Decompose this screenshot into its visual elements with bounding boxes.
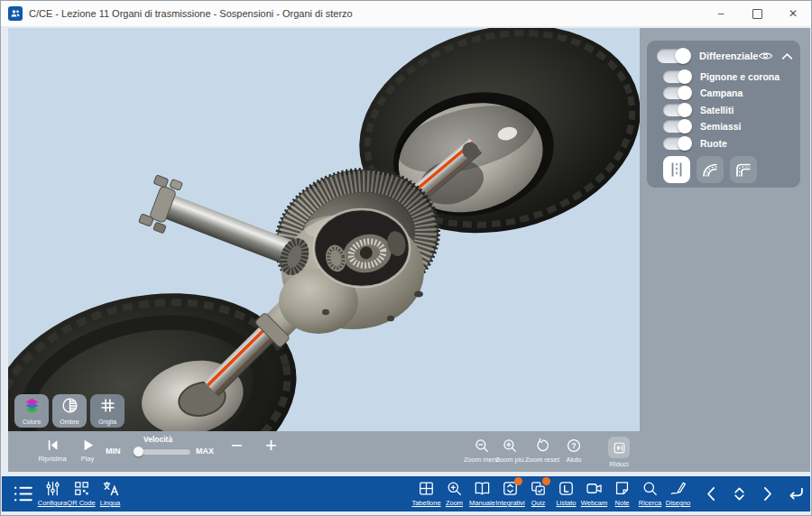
- toggle-semiassi[interactable]: [663, 120, 691, 133]
- magnifier-plus-icon: [446, 480, 463, 497]
- toolbar-item-lingua[interactable]: Lingua: [96, 476, 125, 511]
- sharp-curve-road-icon: [734, 161, 752, 179]
- open-book-icon: [474, 480, 491, 497]
- tool-label: Colore: [23, 419, 42, 426]
- layer-label: Ruote: [700, 138, 727, 149]
- search-icon: [641, 480, 659, 497]
- toggle-differenziale[interactable]: [657, 49, 690, 63]
- layer-label: Pignone e corona: [700, 71, 780, 82]
- app-icon: [8, 6, 23, 21]
- visibility-eye-icon[interactable]: [758, 51, 773, 61]
- pen-drawing-icon: [669, 480, 687, 497]
- speed-decrease-button[interactable]: −: [231, 433, 243, 458]
- toolbar-item-tabellone[interactable]: Tabellone: [412, 476, 440, 511]
- differential-3d-scene: [8, 28, 640, 431]
- gentle-curve-road-icon: [701, 161, 719, 179]
- toolbar-item-webcam[interactable]: Webcam: [580, 476, 608, 511]
- 3d-viewport[interactable]: Colore Ombre Griglia: [8, 28, 640, 431]
- layer-label: Satelliti: [700, 105, 734, 115]
- sliders-icon: [44, 480, 61, 497]
- toolbar-item-qr-code[interactable]: QR Code: [67, 476, 96, 511]
- restart-button[interactable]: Ripristina: [39, 438, 66, 463]
- speed-slider[interactable]: [133, 448, 190, 455]
- speed-increase-button[interactable]: +: [265, 433, 277, 458]
- layers-panel: Differenziale Pignone e corona Campana S…: [647, 41, 800, 188]
- back-return-button[interactable]: [781, 476, 809, 511]
- maximize-icon: [752, 9, 762, 19]
- toolbar-item-ricerca[interactable]: Ricerca: [636, 476, 664, 511]
- toolbar-item-listato[interactable]: Listato: [552, 476, 580, 511]
- chevron-left-icon: [702, 484, 721, 503]
- layer-label: Campana: [700, 88, 743, 98]
- main-toolbar: Configura QR Code Lingua: [2, 476, 810, 511]
- nav-up-down-button[interactable]: [725, 476, 753, 511]
- color-button[interactable]: Colore: [14, 394, 49, 428]
- video-camera-icon: [586, 480, 603, 497]
- title-bar: C/CE - Lezione 11 Organi di trasmissione…: [1, 1, 811, 26]
- speed-max-label: MAX: [196, 447, 214, 456]
- close-button[interactable]: ✕: [775, 1, 811, 26]
- layer-group-label: Differenziale: [699, 51, 758, 61]
- chevrons-up-down-icon: [730, 484, 749, 503]
- playback-bar: Ripristina Play Velocità MIN MAX − + Zoo…: [8, 431, 640, 472]
- chevron-right-icon: [758, 484, 777, 503]
- straight-road-button[interactable]: [663, 156, 690, 183]
- shadows-icon: [60, 396, 79, 415]
- collapse-bar-icon: [608, 437, 630, 458]
- grid-icon: [98, 396, 117, 415]
- notification-badge: [514, 477, 522, 485]
- svg-text:?: ?: [571, 442, 576, 450]
- straight-road-icon: [668, 161, 686, 179]
- zoom-out-button[interactable]: Zoom meno: [466, 438, 498, 464]
- viewport-toolbar: Colore Ombre Griglia: [14, 394, 125, 428]
- toggle-campana[interactable]: [663, 87, 691, 99]
- zoom-in-button[interactable]: Zoom più: [495, 438, 524, 464]
- toggle-pignone-e-corona[interactable]: [663, 70, 691, 83]
- gentle-curve-road-button[interactable]: [697, 156, 724, 183]
- nav-previous-button[interactable]: [697, 476, 725, 511]
- tool-label: Ombre: [60, 419, 78, 426]
- play-icon: [80, 438, 96, 453]
- toggle-satelliti[interactable]: [663, 104, 691, 116]
- zoom-out-icon: [474, 438, 490, 454]
- zoom-reset-icon: [534, 438, 550, 454]
- speed-label: Velocità: [143, 435, 172, 444]
- toggle-ruote[interactable]: [663, 137, 691, 150]
- play-button[interactable]: Play: [74, 438, 101, 463]
- notification-badge: [542, 477, 550, 485]
- board-grid-icon: [418, 480, 435, 497]
- help-icon: ?: [566, 438, 582, 454]
- sticky-note-icon: [614, 480, 631, 497]
- speed-min-label: MIN: [106, 447, 121, 456]
- language-icon: [102, 480, 119, 497]
- road-mode-group: [663, 156, 791, 183]
- zoom-reset-button[interactable]: Zoom reset: [524, 438, 560, 464]
- help-button[interactable]: ? Aiuto: [560, 438, 587, 464]
- toolbar-item-integrativi[interactable]: Integrativi: [496, 476, 524, 511]
- layer-label: Semiassi: [700, 121, 742, 132]
- sharp-curve-road-button[interactable]: [730, 156, 757, 183]
- toolbar-item-note[interactable]: Note: [608, 476, 636, 511]
- right-sidebar: Differenziale Pignone e corona Campana S…: [640, 28, 810, 472]
- return-arrow-icon: [786, 484, 806, 504]
- nav-next-button[interactable]: [753, 476, 781, 511]
- list-menu-icon: [12, 483, 34, 505]
- toolbar-item-manuale[interactable]: Manuale: [468, 476, 496, 511]
- minimize-button[interactable]: –: [703, 1, 739, 26]
- toolbar-item-zoom[interactable]: Zoom: [440, 476, 468, 511]
- chevron-up-icon[interactable]: [781, 52, 793, 60]
- toolbar-item-quiz[interactable]: Quiz: [524, 476, 552, 511]
- menu-button[interactable]: [7, 476, 38, 511]
- tool-label: Griglia: [98, 419, 116, 426]
- toolbar-item-disegno[interactable]: Disegno: [664, 476, 692, 511]
- grid-button[interactable]: Griglia: [90, 394, 125, 428]
- skip-start-icon: [45, 438, 60, 453]
- collapse-bar-button[interactable]: Riduci: [606, 437, 632, 468]
- speed-slider-knob[interactable]: [134, 447, 143, 456]
- layers-color-icon: [23, 396, 42, 415]
- maximize-button[interactable]: [739, 1, 775, 26]
- zoom-in-icon: [502, 438, 518, 454]
- toolbar-item-configura[interactable]: Configura: [38, 476, 67, 511]
- shadows-button[interactable]: Ombre: [52, 394, 87, 428]
- window-title: C/CE - Lezione 11 Organi di trasmissione…: [29, 8, 353, 19]
